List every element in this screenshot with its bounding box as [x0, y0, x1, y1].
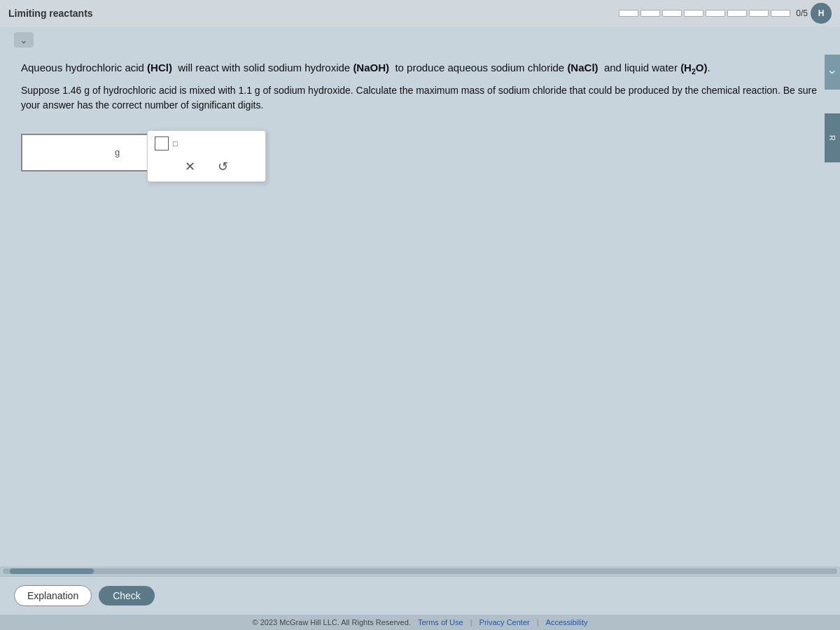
progress-segment-4: [684, 10, 704, 17]
sci-notation-base-box: [155, 136, 169, 150]
answer-area: g □ ✕ ↺: [0, 120, 840, 186]
user-avatar[interactable]: H: [811, 3, 832, 24]
answer-unit: g: [115, 147, 120, 158]
progress-segments: [619, 10, 790, 17]
right-side-btn-2[interactable]: R: [825, 113, 840, 162]
user-initials: H: [818, 8, 825, 18]
top-bar-left: Limiting reactants: [8, 8, 93, 19]
content-body: [0, 186, 840, 566]
progress-segment-1: [619, 10, 638, 17]
right-side-buttons: › R: [825, 55, 840, 162]
footer: © 2023 McGraw Hill LLC. All Rights Reser…: [0, 615, 840, 630]
question-area: Aqueous hydrochloric acid (HCl) will rea…: [0, 53, 840, 120]
progress-segment-7: [749, 10, 769, 17]
sci-notation-actions: ✕ ↺: [155, 158, 258, 176]
sci-notation-exponent: □: [173, 139, 178, 148]
progress-segment-8: [771, 10, 790, 17]
check-button[interactable]: Check: [99, 586, 155, 606]
right-side-btn-1[interactable]: ›: [825, 55, 840, 90]
sci-notation-undo-button[interactable]: ↺: [214, 158, 232, 176]
footer-separator-1: |: [470, 618, 472, 626]
progress-segment-5: [706, 10, 725, 17]
scrollbar-area[interactable]: [0, 566, 840, 576]
sci-notation-popup: □ ✕ ↺: [147, 130, 266, 182]
top-bar: Limiting reactants 0/5 H: [0, 0, 840, 27]
progress-segment-3: [662, 10, 682, 17]
chevron-area: ⌄: [0, 27, 840, 53]
scrollbar-track: [3, 568, 837, 574]
footer-privacy-link[interactable]: Privacy Center: [479, 618, 530, 626]
explanation-button[interactable]: Explanation: [14, 585, 92, 606]
question-line1: Aqueous hydrochloric acid (HCl) will rea…: [21, 60, 819, 78]
bottom-bar: Explanation Check: [0, 576, 840, 615]
progress-segment-6: [727, 10, 747, 17]
footer-terms-link[interactable]: Terms of Use: [418, 618, 463, 626]
scrollbar-thumb: [10, 568, 94, 574]
footer-copyright: © 2023 McGraw Hill LLC. All Rights Reser…: [253, 618, 411, 626]
progress-segment-2: [640, 10, 660, 17]
footer-accessibility-link[interactable]: Accessibility: [546, 618, 588, 626]
sci-notation-clear-button[interactable]: ✕: [181, 158, 200, 176]
answer-input-box: g: [21, 134, 154, 172]
sci-notation-header: □: [155, 136, 258, 150]
chevron-down-button[interactable]: ⌄: [14, 32, 34, 48]
question-line2: Suppose 1.46 g of hydrochloric acid is m…: [21, 83, 819, 113]
progress-bar-container: 0/5 H: [619, 3, 832, 24]
main-content: ⌄ Aqueous hydrochloric acid (HCl) will r…: [0, 27, 840, 615]
page-title: Limiting reactants: [8, 8, 93, 19]
answer-input[interactable]: [28, 146, 112, 158]
footer-separator-2: |: [537, 618, 539, 626]
progress-label: 0/5: [796, 8, 808, 18]
